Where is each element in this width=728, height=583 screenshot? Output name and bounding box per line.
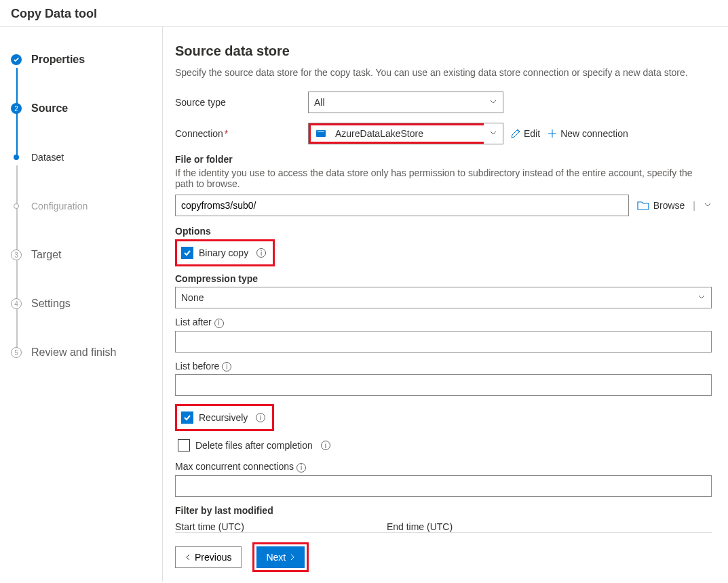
end-time-label: End time (UTC) [387, 521, 453, 532]
wizard-steps: Properties 2 Source Dataset Configuratio… [0, 27, 163, 582]
step-settings[interactable]: 4 Settings [11, 290, 154, 317]
info-icon[interactable]: i [214, 319, 224, 328]
chevron-down-icon[interactable] [704, 200, 712, 211]
dot-icon [14, 155, 19, 160]
checkbox-icon [178, 439, 190, 451]
chevron-left-icon [185, 554, 192, 561]
max-conn-input[interactable] [175, 475, 712, 497]
svg-rect-0 [316, 130, 326, 137]
file-folder-hint: If the identity you use to access the da… [175, 167, 712, 189]
file-folder-input[interactable] [175, 195, 629, 216]
pencil-icon [510, 128, 521, 139]
info-icon[interactable]: i [256, 413, 265, 422]
step-review[interactable]: 5 Review and finish [11, 339, 154, 366]
edit-connection-button[interactable]: Edit [510, 128, 540, 139]
info-icon[interactable]: i [296, 463, 306, 473]
datastore-icon [316, 129, 326, 138]
step-number-icon: 4 [11, 298, 22, 309]
list-before-input[interactable] [175, 374, 712, 396]
connection-dropdown[interactable]: AzureDataLakeStore [308, 123, 503, 144]
source-type-dropdown[interactable]: All [308, 92, 503, 113]
substep-configuration[interactable]: Configuration [11, 193, 154, 220]
info-icon[interactable]: i [256, 248, 266, 258]
page-title: Source data store [175, 43, 712, 59]
plus-icon [547, 128, 558, 139]
checkbox-icon [181, 247, 193, 259]
chevron-down-icon [697, 292, 706, 303]
svg-rect-1 [318, 132, 324, 132]
compression-label: Compression type [175, 273, 712, 284]
page-header: Copy Data tool [0, 0, 728, 27]
step-source[interactable]: 2 Source [11, 95, 154, 122]
check-icon [11, 54, 22, 65]
binary-copy-highlight: Binary copy i [175, 239, 275, 266]
step-number-icon: 3 [11, 249, 22, 260]
step-number-icon: 5 [11, 347, 22, 358]
recursively-highlight: Recursively i [175, 404, 274, 431]
substep-dataset[interactable]: Dataset [11, 144, 154, 171]
info-icon[interactable]: i [222, 362, 231, 371]
step-properties[interactable]: Properties [11, 46, 154, 73]
file-folder-label: File or folder [175, 154, 712, 165]
next-button[interactable]: Next [256, 546, 305, 568]
list-before-label: List beforei [175, 361, 712, 372]
options-label: Options [175, 226, 712, 237]
chevron-right-icon [288, 554, 295, 561]
folder-icon [637, 201, 649, 210]
delete-after-checkbox[interactable]: Delete files after completion i [175, 435, 712, 456]
chevron-down-icon [484, 128, 503, 139]
browse-button[interactable]: Browse [637, 200, 685, 211]
step-target[interactable]: 3 Target [11, 241, 154, 268]
new-connection-button[interactable]: New connection [547, 128, 628, 139]
source-type-label: Source type [175, 97, 301, 108]
recursively-checkbox[interactable]: Recursively i [178, 407, 268, 428]
checkbox-icon [181, 411, 193, 424]
page-subtitle: Specify the source data store for the co… [175, 67, 712, 78]
binary-copy-checkbox[interactable]: Binary copy i [178, 243, 269, 263]
list-after-label: List afteri [175, 317, 712, 328]
compression-dropdown[interactable]: None [175, 287, 712, 308]
wizard-footer: Previous Next [175, 532, 712, 582]
filter-label: Filter by last modified [175, 505, 712, 516]
dot-icon [14, 203, 19, 209]
page-header-title: Copy Data tool [11, 7, 97, 20]
connection-label: Connection* [175, 128, 301, 139]
max-conn-label: Max concurrent connectionsi [175, 461, 712, 473]
step-number-icon: 2 [11, 103, 22, 114]
info-icon[interactable]: i [321, 441, 330, 450]
previous-button[interactable]: Previous [175, 546, 242, 568]
start-time-label: Start time (UTC) [175, 521, 244, 532]
next-highlight: Next [252, 542, 309, 572]
chevron-down-icon [489, 97, 497, 108]
list-after-input[interactable] [175, 331, 712, 353]
